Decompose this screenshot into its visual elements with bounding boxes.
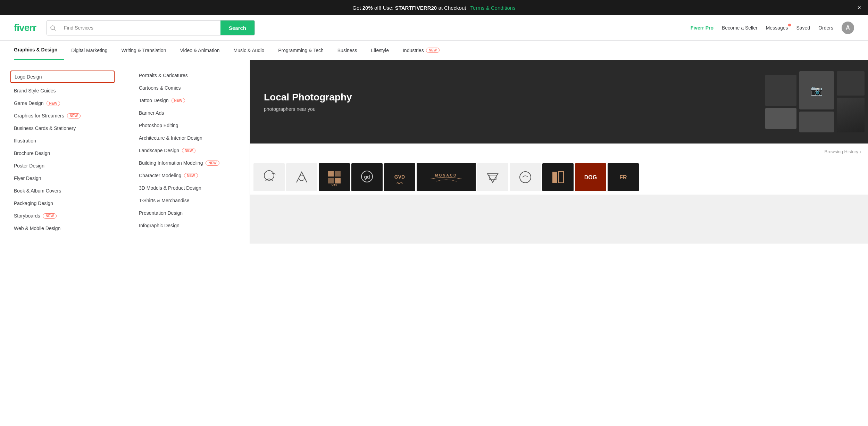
category-nav-item-digital-marketing[interactable]: Digital Marketing [64, 41, 114, 59]
dropdown-item-col2[interactable]: Architecture & Interior Design [125, 132, 250, 144]
svg-text:FR: FR [619, 174, 627, 180]
category-label: Programming & Tech [278, 48, 323, 53]
new-badge: NEW [47, 101, 60, 106]
dropdown-item-col1[interactable]: Web & Mobile Design [0, 222, 125, 235]
category-nav-item-graphics---design[interactable]: Graphics & Design [14, 41, 64, 60]
new-badge: NEW [182, 148, 195, 153]
category-label: Video & Animation [180, 48, 219, 53]
search-bar: Search [47, 20, 255, 35]
dropdown-item-label: Book & Album Covers [14, 188, 61, 194]
category-nav-item-music---audio[interactable]: Music & Audio [227, 41, 272, 59]
logo-thumb: gd [351, 163, 383, 191]
svg-point-15 [520, 172, 531, 183]
promo-photos: 📷 [528, 60, 868, 144]
dropdown-item-col1[interactable]: Brand Style Guides [0, 84, 125, 97]
dropdown-item-col2[interactable]: 3D Models & Product Design [125, 182, 250, 194]
svg-text:DOG: DOG [584, 174, 597, 180]
dropdown-item-col2[interactable]: Portraits & Caricatures [125, 69, 250, 82]
avatar[interactable]: A [842, 22, 854, 34]
svg-rect-6 [328, 178, 334, 183]
dropdown-item-label: 3D Models & Product Design [139, 185, 201, 191]
dropdown-item-label: Business Cards & Stationery [14, 125, 76, 131]
logo-thumb: GTS [319, 163, 350, 191]
svg-rect-4 [328, 171, 334, 177]
svg-rect-5 [335, 171, 341, 177]
dropdown-item-col2[interactable]: Landscape DesignNEW [125, 144, 250, 157]
banner-text: Get 20% off! Use: STARTFIVERR20 at Check… [352, 5, 515, 11]
dropdown-item-col2[interactable]: Tattoo DesignNEW [125, 94, 250, 107]
dropdown-item-col1[interactable]: Illustration [0, 134, 125, 147]
dropdown-item-col2[interactable]: Character ModelingNEW [125, 169, 250, 182]
dropdown-col-2: Portraits & CaricaturesCartoons & Comics… [125, 64, 250, 240]
logo-thumb: FR [608, 163, 639, 191]
dropdown-item-col2[interactable]: Cartoons & Comics [125, 82, 250, 94]
dropdown-item-label: Landscape Design [139, 148, 179, 153]
fiverr-logo[interactable]: fiverr [14, 22, 36, 33]
dropdown-item-label: Building Information Modeling [139, 160, 203, 166]
dropdown-item-label: Cartoons & Comics [139, 85, 181, 91]
svg-text:GVD: GVD [397, 182, 403, 185]
dropdown-item-col1[interactable]: Business Cards & Stationery [0, 122, 125, 134]
dropdown-item-col2[interactable]: Banner Ads [125, 107, 250, 119]
terms-link[interactable]: Terms & Conditions [470, 5, 516, 11]
dropdown-item-label: Photoshop Editing [139, 123, 178, 128]
dropdown-item-col2[interactable]: Infographic Design [125, 219, 250, 232]
dropdown-item-label: Graphics for Streamers [14, 113, 64, 118]
category-nav-item-lifestyle[interactable]: Lifestyle [364, 41, 396, 59]
category-label: Industries [403, 48, 424, 53]
logo-thumb: DOG [575, 163, 606, 191]
dropdown-item-label: Logo Design [15, 74, 42, 80]
dropdown-item-col1[interactable]: Game DesignNEW [0, 97, 125, 109]
svg-rect-7 [335, 178, 341, 183]
dropdown-item-col2[interactable]: Building Information ModelingNEW [125, 157, 250, 169]
category-nav-item-programming---tech[interactable]: Programming & Tech [271, 41, 330, 59]
banner-close-button[interactable]: × [857, 4, 861, 11]
svg-rect-17 [559, 172, 564, 183]
category-nav-item-industries[interactable]: IndustriesNEW [396, 41, 446, 59]
dropdown-item-col2[interactable]: Presentation Design [125, 207, 250, 219]
dropdown-item-col2[interactable]: Photoshop Editing [125, 119, 250, 132]
top-banner: Get 20% off! Use: STARTFIVERR20 at Check… [0, 0, 868, 15]
fiverr-pro-link[interactable]: Fiverr Pro [691, 25, 713, 31]
category-label: Music & Audio [234, 48, 265, 53]
dropdown-item-col1[interactable]: Flyer Design [0, 172, 125, 185]
category-label: Writing & Translation [122, 48, 166, 53]
dropdown-item-label: Web & Mobile Design [14, 226, 60, 231]
dropdown-item-label: Poster Design [14, 163, 44, 169]
dropdown-item-col1[interactable]: Book & Album Covers [0, 185, 125, 197]
dropdown-item-col1[interactable]: Graphics for StreamersNEW [0, 109, 125, 122]
saved-link[interactable]: Saved [796, 25, 810, 31]
messages-link[interactable]: Messages [766, 25, 788, 31]
dropdown-item-col1[interactable]: StoryboardsNEW [0, 210, 125, 222]
logo-thumb [542, 163, 574, 191]
orders-link[interactable]: Orders [818, 25, 833, 31]
category-nav: Graphics & DesignDigital MarketingWritin… [0, 41, 868, 60]
dropdown-item-label: Character Modeling [139, 173, 181, 178]
dropdown-item-label: Infographic Design [139, 223, 180, 228]
svg-point-0 [51, 26, 55, 30]
messages-badge [788, 24, 791, 26]
new-badge: NEW [426, 48, 440, 53]
dropdown-item-col1[interactable]: Poster Design [0, 159, 125, 172]
dropdown-item-label: Storyboards [14, 213, 40, 219]
dropdown-item-col1[interactable]: Logo Design [10, 71, 115, 83]
dropdown-item-col1[interactable]: Brochure Design [0, 147, 125, 159]
svg-text:GTS: GTS [332, 183, 337, 186]
svg-text:GVD: GVD [394, 174, 405, 180]
become-seller-link[interactable]: Become a Seller [722, 25, 758, 31]
new-badge: NEW [67, 113, 81, 118]
dropdown-item-label: Presentation Design [139, 210, 183, 216]
dropdown-item-col2[interactable]: T-Shirts & Merchandise [125, 194, 250, 207]
search-input[interactable] [59, 21, 220, 35]
dropdown-item-col1[interactable]: Packaging Design [0, 197, 125, 210]
category-nav-item-writing---translation[interactable]: Writing & Translation [115, 41, 173, 59]
header: fiverr Search Fiverr Pro Become a Seller… [0, 15, 868, 41]
search-button[interactable]: Search [220, 21, 254, 35]
svg-line-1 [54, 29, 56, 31]
browsing-history[interactable]: Browsing History › [250, 144, 868, 160]
category-nav-item-business[interactable]: Business [331, 41, 364, 59]
dropdown-item-label: Portraits & Caricatures [139, 73, 188, 78]
category-nav-item-video---animation[interactable]: Video & Animation [173, 41, 226, 59]
new-badge: NEW [184, 173, 198, 178]
main-content: Logo DesignBrand Style GuidesGame Design… [0, 60, 868, 244]
